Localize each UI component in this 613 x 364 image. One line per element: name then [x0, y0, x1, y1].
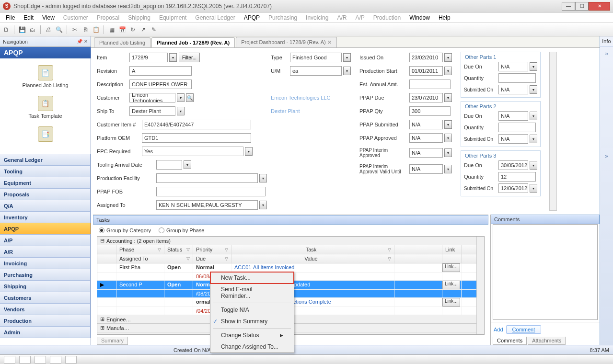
customer-field[interactable]: Emcon Technologies — [129, 93, 175, 102]
sidebar-item-shipping[interactable]: Shipping — [0, 280, 91, 292]
ppap-sub-dropdown-icon[interactable]: ▾ — [444, 120, 452, 129]
sidebar-item-vendors[interactable]: Vendors — [0, 303, 91, 315]
sidebar-item-purchasing[interactable]: Purchasing — [0, 269, 91, 281]
link-button[interactable]: Link... — [442, 281, 460, 289]
item-field[interactable]: 1728/9 — [129, 53, 168, 62]
group-by-category-radio[interactable]: Group by Category — [99, 228, 151, 233]
type-dropdown-icon[interactable]: ▾ — [343, 53, 351, 62]
expand-icon[interactable]: » — [605, 50, 608, 57]
menu-file[interactable]: File — [2, 13, 19, 22]
tool-arrival-dropdown-icon[interactable]: ▾ — [184, 160, 191, 169]
menu-view[interactable]: View — [38, 13, 58, 22]
refresh-icon[interactable]: ↻ — [128, 25, 137, 34]
paste-icon[interactable]: 📋 — [92, 25, 100, 34]
group-accounting[interactable]: ⊟Accounting : (2 open items) — [97, 237, 484, 245]
minimize-button[interactable]: — — [562, 2, 575, 11]
op2-dueon-dropdown-icon[interactable]: ▾ — [530, 112, 537, 120]
sidebar-item-general-ledger[interactable]: General Ledger — [0, 154, 91, 166]
sidebar-item-equipment[interactable]: Equipment — [0, 177, 91, 189]
ppap-int-valid-field[interactable]: N/A — [409, 164, 443, 174]
op2-dueon-field[interactable]: N/A — [498, 111, 528, 121]
col-link[interactable]: Link — [445, 247, 455, 252]
prod-fac-dropdown-icon[interactable]: ▾ — [259, 174, 267, 182]
ppap-appr-dropdown-icon[interactable]: ▾ — [444, 134, 452, 142]
filter-icon[interactable]: ▽ — [225, 247, 228, 252]
comments-tab[interactable]: Comments — [493, 337, 527, 345]
tool-arrival-field[interactable] — [156, 160, 182, 170]
sidebar-item-a-r[interactable]: A/R — [0, 246, 91, 258]
epc-dropdown-icon[interactable]: ▾ — [245, 147, 253, 156]
sidebar-item-a-p[interactable]: A/P — [0, 234, 91, 246]
op2-qty-field[interactable] — [498, 123, 536, 132]
form-scrollbar[interactable] — [549, 52, 557, 211]
schedule-icon[interactable]: 📅 — [118, 25, 127, 34]
op1-dueon-dropdown-icon[interactable]: ▾ — [530, 62, 537, 71]
ctx-toggle-na[interactable]: Toggle N/A — [210, 304, 294, 316]
tab-planned-job-listing[interactable]: Planned Job Listing — [94, 37, 150, 47]
menu-shipping[interactable]: Shipping — [124, 13, 154, 22]
menu-gl[interactable]: General Ledger — [191, 13, 239, 22]
op3-qty-field[interactable]: 12 — [498, 172, 536, 182]
ppap-due-field[interactable]: 23/07/2010 — [409, 93, 443, 102]
col-value[interactable]: Value — [304, 256, 317, 262]
ctx-new-task[interactable]: New Task... — [210, 272, 294, 284]
nav-item-blank[interactable]: 📑 — [0, 125, 91, 149]
menu-edit[interactable]: Edit — [20, 13, 37, 22]
expand-icon[interactable]: ⊞ — [100, 333, 104, 335]
menu-customer[interactable]: Customer — [59, 13, 92, 22]
ppap-appr-field[interactable]: N/A — [409, 133, 443, 143]
col-task[interactable]: Task — [306, 247, 317, 252]
op1-sub-dropdown-icon[interactable]: ▾ — [530, 85, 537, 94]
filter-icon[interactable]: ▽ — [158, 247, 161, 252]
filter-icon[interactable]: ▽ — [186, 256, 190, 261]
um-field[interactable]: ea — [290, 66, 342, 76]
sidebar-item-inventory[interactable]: Inventory — [0, 211, 91, 223]
est-annual-field[interactable] — [409, 80, 451, 89]
sidebar-item-admin[interactable]: Admin — [0, 326, 91, 338]
col-due[interactable]: Due — [196, 256, 206, 262]
new-icon[interactable]: 🗋 — [2, 25, 11, 34]
shipto-link[interactable]: Dexter Plant — [271, 108, 300, 114]
tab-planned-job[interactable]: Planned Job - 1728/9 (Rev. A) — [151, 37, 235, 47]
menu-equipment[interactable]: Equipment — [155, 13, 190, 22]
revision-field[interactable]: A — [129, 66, 192, 76]
sidebar-item-proposals[interactable]: Proposals — [0, 188, 91, 200]
sidebar-item-customers[interactable]: Customers — [0, 292, 91, 304]
op1-qty-field[interactable] — [498, 73, 536, 83]
info-strip[interactable]: Info » » — [600, 36, 613, 345]
menu-proposal[interactable]: Proposal — [93, 13, 123, 22]
nav-planned-job-listing[interactable]: 📄 Planned Job Listing — [0, 63, 91, 94]
ctx-change-status[interactable]: Change Status▶ — [210, 330, 294, 341]
epc-field[interactable]: Yes — [142, 147, 243, 156]
filter-icon[interactable]: ▽ — [388, 256, 391, 261]
nav-task-template[interactable]: 📋 Task Template — [0, 94, 91, 125]
attachments-tab[interactable]: Attachments — [528, 337, 566, 345]
tab-project-dashboard[interactable]: Project Dashboard - 1728/9 (Rev. A) ✕ — [236, 37, 337, 47]
issued-dropdown-icon[interactable]: ▾ — [444, 53, 452, 62]
filter-button[interactable]: Filter... — [179, 53, 200, 62]
ppap-int-valid-dropdown-icon[interactable]: ▾ — [444, 165, 452, 173]
ppap-qty-field[interactable]: 300 — [409, 106, 451, 116]
platform-field[interactable]: GTD1 — [142, 133, 251, 143]
sidebar-item-q-a[interactable]: Q/A — [0, 200, 91, 212]
edit-icon[interactable]: ✎ — [150, 25, 158, 34]
print-preview-icon[interactable]: 🔍 — [55, 25, 63, 34]
taskbar-item[interactable] — [50, 356, 61, 364]
group-by-phase-radio[interactable]: Group by Phase — [159, 228, 205, 233]
grid-icon[interactable]: ▦ — [107, 25, 116, 34]
col-status[interactable]: Status — [167, 247, 182, 252]
ctx-send-email[interactable]: Send E-mail Reminder... — [210, 284, 294, 302]
filter-icon[interactable]: ▽ — [225, 256, 228, 261]
maximize-button[interactable]: ☐ — [575, 2, 589, 11]
save-all-icon[interactable]: 🗂 — [28, 25, 37, 34]
copy-icon[interactable]: ⎘ — [81, 25, 90, 34]
menu-apqp[interactable]: APQP — [240, 13, 264, 22]
ctx-show-summary[interactable]: ✓Show in Summary — [210, 316, 294, 327]
taskbar-item[interactable] — [4, 356, 15, 364]
taskbar-item[interactable] — [65, 356, 77, 364]
customer-dropdown-icon[interactable]: ▾ — [177, 93, 185, 102]
custitem-field[interactable]: E4072446/E4072447 — [142, 120, 251, 129]
col-assigned-to[interactable]: Assigned To — [119, 256, 148, 262]
menu-invoicing[interactable]: Invoicing — [302, 13, 332, 22]
menu-window[interactable]: Window — [405, 13, 434, 22]
